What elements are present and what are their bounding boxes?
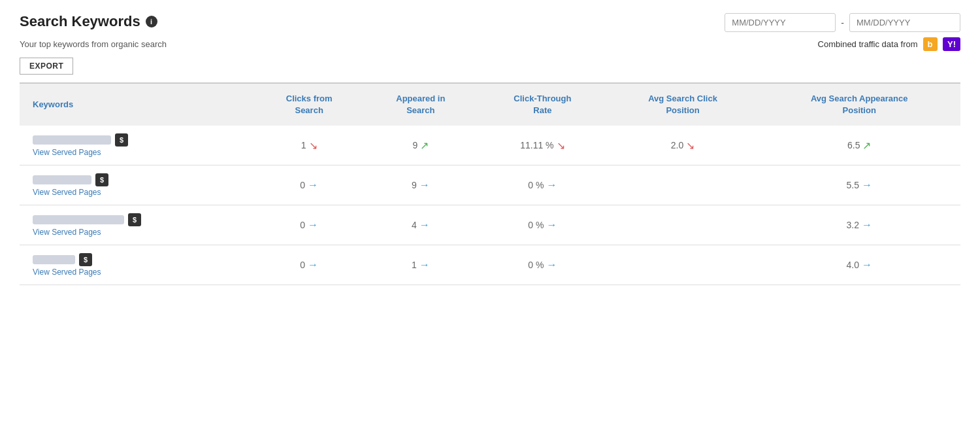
clicks-value: 0→ [300,259,318,271]
clicks-cell: 1↘ [255,126,364,165]
arrow-right-icon: → [419,259,430,271]
col-header-clicks: Clicks fromSearch [255,84,364,126]
table-row: $ View Served Pages 0→4→0 %→3.2→ [20,205,960,245]
ctr-cell: 0 %→ [478,165,607,205]
avg-click-cell: 2.0↘ [608,126,759,165]
ctr-cell: 11.11 %↘ [478,126,607,165]
appeared-value: 1→ [412,259,430,271]
clicks-value: 1↘ [301,139,318,152]
keyword-cell: $ View Served Pages [20,165,255,205]
page-title: Search Keywords [20,13,140,30]
arrow-right-icon: → [308,259,318,271]
col-header-appeared: Appeared inSearch [364,84,478,126]
appeared-value: 9↗ [412,139,429,152]
col-header-avg-appearance: Avg Search AppearancePosition [758,84,960,126]
header-section: Search Keywords i - [20,13,960,32]
keyword-cell-content: $ View Served Pages [33,213,248,237]
col-header-ctr: Click-ThroughRate [478,84,607,126]
date-range-section: - [725,13,960,32]
table-row: $ View Served Pages 0→9→0 %→5.5→ [20,165,960,205]
keyword-cell: $ View Served Pages [20,205,255,245]
keyword-cell-content: $ View Served Pages [33,253,248,277]
appeared-cell: 4→ [364,205,478,245]
keyword-name-row: $ [33,253,248,266]
ctr-value: 11.11 %↘ [520,139,564,152]
arrow-right-icon: → [308,219,318,231]
ctr-value: 0 %→ [528,219,557,231]
page-title-area: Search Keywords i [20,13,157,30]
page-subtitle: Your top keywords from organic search [20,39,167,49]
arrow-right-icon: → [546,259,557,271]
keywords-table-container: Keywords Clicks fromSearch Appeared inSe… [20,82,960,285]
clicks-value: 0→ [300,219,318,231]
avg-click-value: 2.0↘ [671,139,694,152]
arrow-right-icon: → [308,179,318,191]
s-badge: $ [115,133,128,147]
table-header-row: Keywords Clicks fromSearch Appeared inSe… [20,84,960,126]
col-header-avg-click: Avg Search ClickPosition [608,84,759,126]
arrow-up-icon: ↗ [862,139,871,152]
arrow-down-icon: ↘ [557,139,565,152]
avg-click-cell [608,245,759,285]
yahoo-badge: Y! [943,37,960,51]
s-badge: $ [128,213,141,226]
keyword-name-row: $ [33,173,248,186]
keyword-cell-content: $ View Served Pages [33,133,248,157]
clicks-cell: 0→ [255,245,364,285]
avg-appearance-value: 4.0→ [846,259,872,271]
s-badge: $ [79,253,92,266]
arrow-down-icon: ↘ [309,139,318,152]
arrow-right-icon: → [862,219,872,231]
avg-appearance-value: 3.2→ [846,219,872,231]
keyword-cell: $ View Served Pages [20,245,255,285]
keyword-blurred-text [33,255,75,264]
clicks-cell: 0→ [255,165,364,205]
view-served-link[interactable]: View Served Pages [33,268,248,277]
ctr-value: 0 %→ [528,179,557,191]
keyword-blurred-text [33,215,124,224]
avg-appearance-cell: 3.2→ [758,205,960,245]
table-row: $ View Served Pages 0→1→0 %→4.0→ [20,245,960,285]
arrow-right-icon: → [419,219,430,231]
avg-appearance-cell: 4.0→ [758,245,960,285]
arrow-right-icon: → [862,259,872,271]
appeared-cell: 1→ [364,245,478,285]
avg-appearance-value: 6.5↗ [847,139,871,152]
keyword-name-row: $ [33,213,248,226]
start-date-input[interactable] [725,13,836,32]
appeared-value: 4→ [412,219,430,231]
avg-click-cell [608,165,759,205]
arrow-up-icon: ↗ [420,139,429,152]
arrow-right-icon: → [862,179,872,191]
keywords-table: Keywords Clicks fromSearch Appeared inSe… [20,84,960,285]
traffic-sources: Combined traffic data from b Y! [818,37,960,51]
clicks-value: 0→ [300,179,318,191]
view-served-link[interactable]: View Served Pages [33,228,248,237]
ctr-value: 0 %→ [528,259,557,271]
arrow-right-icon: → [419,179,430,191]
subtitle-row: Your top keywords from organic search Co… [20,37,960,51]
avg-click-cell [608,205,759,245]
appeared-cell: 9↗ [364,126,478,165]
ctr-cell: 0 %→ [478,245,607,285]
arrow-right-icon: → [546,219,557,231]
bing-badge: b [923,37,938,51]
info-icon[interactable]: i [146,16,157,27]
keyword-cell-content: $ View Served Pages [33,173,248,197]
keyword-cell: $ View Served Pages [20,126,255,165]
table-row: $ View Served Pages 1↘9↗11.11 %↘2.0↘6.5↗ [20,126,960,165]
export-button[interactable]: EXPORT [20,58,73,75]
avg-appearance-cell: 5.5→ [758,165,960,205]
arrow-down-icon: ↘ [686,139,694,152]
date-separator: - [841,18,844,28]
arrow-right-icon: → [546,179,557,191]
keyword-name-row: $ [33,133,248,147]
s-badge: $ [95,173,108,186]
view-served-link[interactable]: View Served Pages [33,188,248,197]
clicks-cell: 0→ [255,205,364,245]
appeared-value: 9→ [412,179,430,191]
avg-appearance-value: 5.5→ [846,179,872,191]
col-header-keywords: Keywords [20,84,255,126]
view-served-link[interactable]: View Served Pages [33,148,248,157]
end-date-input[interactable] [849,13,960,32]
